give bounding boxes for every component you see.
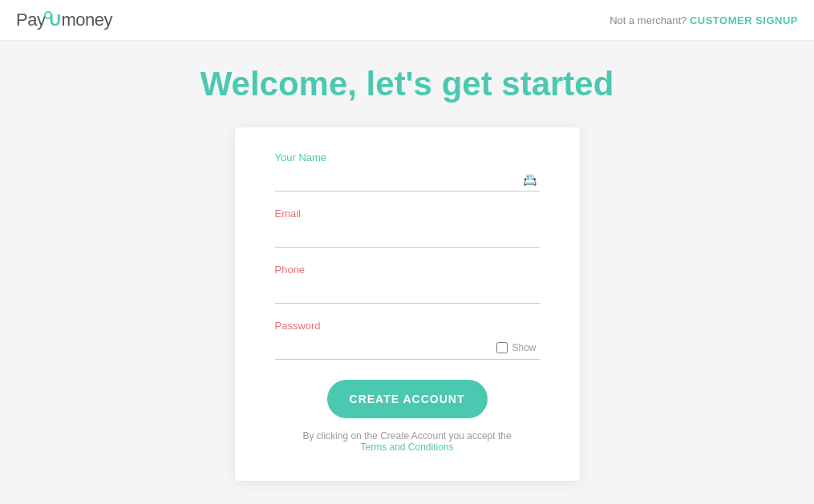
create-account-button[interactable]: CREATE ACCOUNT xyxy=(327,380,488,418)
app-header: PayUmoney Not a merchant? CUSTOMER SIGNU… xyxy=(0,0,814,41)
email-label: Email xyxy=(275,208,540,220)
password-field-group: Password Show xyxy=(275,320,540,360)
phone-input-wrapper xyxy=(275,280,540,304)
not-merchant-text: Not a merchant? xyxy=(609,14,686,26)
show-password-label[interactable]: Show xyxy=(512,342,536,353)
signup-form-card: Your Name 📇 Email Phone Password xyxy=(235,127,580,481)
logo: PayUmoney xyxy=(16,10,112,30)
header-nav: Not a merchant? CUSTOMER SIGNUP xyxy=(609,14,798,26)
logo-u: U xyxy=(46,11,60,30)
name-input[interactable] xyxy=(275,168,540,191)
show-password-checkbox[interactable] xyxy=(496,342,508,353)
name-label: Your Name xyxy=(275,151,540,163)
logo-money: money xyxy=(61,10,112,30)
name-input-wrapper: 📇 xyxy=(275,168,540,192)
password-label: Password xyxy=(275,320,540,332)
email-field-group: Email xyxy=(275,208,540,248)
email-input-wrapper xyxy=(275,224,540,248)
phone-input[interactable] xyxy=(275,280,540,303)
main-content: Welcome, let's get started Your Name 📇 E… xyxy=(0,41,814,481)
customer-signup-link[interactable]: CUSTOMER SIGNUP xyxy=(690,14,798,26)
name-field-group: Your Name 📇 xyxy=(275,151,540,192)
phone-field-group: Phone xyxy=(275,264,540,304)
name-icon: 📇 xyxy=(523,173,537,186)
logo-u-circle xyxy=(44,11,52,19)
page-title: Welcome, let's get started xyxy=(200,65,614,103)
terms-link[interactable]: Terms and Conditions xyxy=(275,442,540,453)
phone-label: Phone xyxy=(275,264,540,276)
email-input[interactable] xyxy=(275,224,540,247)
password-controls: Show xyxy=(496,342,536,353)
logo-pay: Pay xyxy=(16,10,45,30)
terms-text: By clicking on the Create Account you ac… xyxy=(275,430,540,442)
password-input-wrapper: Show xyxy=(275,337,540,360)
